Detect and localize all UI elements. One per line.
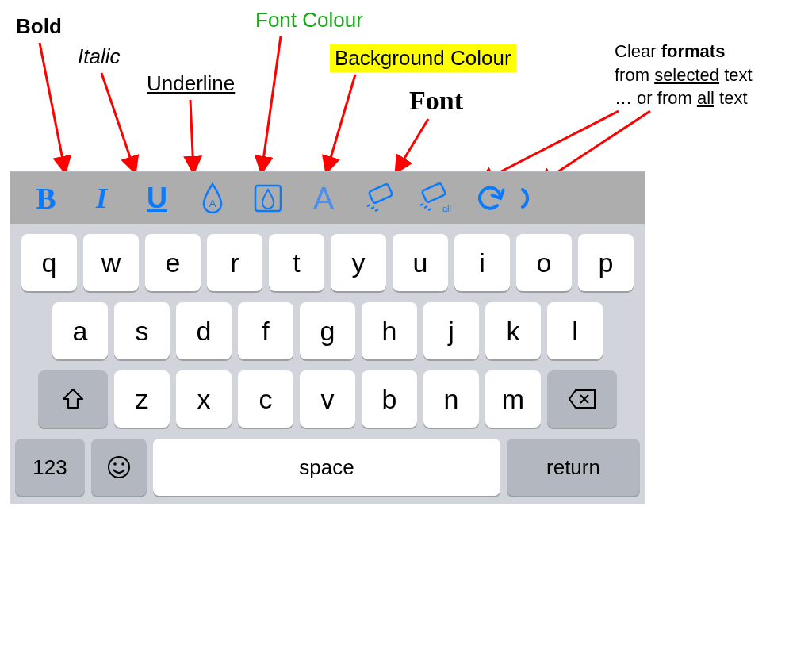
font-colour-icon: A: [198, 181, 227, 216]
svg-text:all: all: [442, 204, 451, 213]
emoji-icon: [106, 455, 132, 480]
key-e[interactable]: e: [145, 234, 201, 291]
undo-button[interactable]: [462, 172, 518, 224]
key-row-1: q w e r t y u i o p: [15, 234, 640, 291]
shift-icon: [61, 387, 85, 411]
key-y[interactable]: y: [331, 234, 386, 291]
key-w[interactable]: w: [83, 234, 139, 291]
key-b[interactable]: b: [362, 370, 417, 428]
key-p[interactable]: p: [578, 234, 634, 291]
backspace-icon: [568, 389, 596, 409]
redo-button-partial[interactable]: [518, 172, 542, 224]
key-i[interactable]: i: [454, 234, 510, 291]
clear-format-all-button[interactable]: all: [407, 172, 462, 224]
key-r[interactable]: r: [207, 234, 262, 291]
key-row-2: a s d f g h j k l: [15, 302, 640, 359]
key-u[interactable]: u: [393, 234, 448, 291]
clear-line3-c: text: [714, 88, 748, 108]
annotation-underline: Underline: [147, 71, 235, 96]
svg-line-4: [327, 75, 355, 171]
svg-line-5: [396, 119, 428, 171]
clear-line2-b: selected: [654, 65, 719, 85]
key-backspace[interactable]: [547, 370, 617, 428]
key-k[interactable]: k: [485, 302, 541, 359]
annotation-italic: Italic: [78, 44, 120, 69]
background-colour-button[interactable]: [240, 172, 296, 224]
svg-point-13: [109, 457, 129, 478]
bold-button[interactable]: B: [18, 172, 74, 224]
key-return[interactable]: return: [507, 439, 640, 496]
key-row-bottom: 123 space return: [15, 439, 640, 496]
key-n[interactable]: n: [423, 370, 479, 428]
key-s[interactable]: s: [114, 302, 170, 359]
key-z[interactable]: z: [114, 370, 170, 428]
svg-line-0: [40, 43, 65, 171]
key-l[interactable]: l: [547, 302, 603, 359]
key-g[interactable]: g: [300, 302, 355, 359]
clear-line2-c: text: [719, 65, 753, 85]
key-row-3: z x c v b n m: [15, 370, 640, 428]
key-q[interactable]: q: [21, 234, 77, 291]
redo-icon: [518, 182, 542, 215]
virtual-keyboard: q w e r t y u i o p a s d f g h j k l z: [10, 224, 645, 504]
svg-rect-11: [422, 182, 446, 202]
svg-line-1: [102, 73, 135, 171]
key-c[interactable]: c: [238, 370, 293, 428]
annotation-clear-formats: Clear formats from selected text … or fr…: [615, 40, 805, 110]
font-colour-button[interactable]: A: [185, 172, 240, 224]
key-j[interactable]: j: [423, 302, 479, 359]
key-emoji[interactable]: [91, 439, 147, 496]
key-v[interactable]: v: [300, 370, 355, 428]
key-d[interactable]: d: [176, 302, 232, 359]
format-toolbar: B I U A A all: [10, 172, 645, 224]
clear-line3-a: … or from: [615, 88, 697, 108]
key-a[interactable]: a: [52, 302, 108, 359]
underline-button[interactable]: U: [129, 172, 185, 224]
key-h[interactable]: h: [362, 302, 417, 359]
svg-point-14: [113, 462, 117, 466]
key-x[interactable]: x: [176, 370, 232, 428]
eraser-icon: [361, 182, 397, 214]
annotation-font: Font: [409, 86, 463, 116]
svg-rect-10: [369, 183, 393, 203]
key-shift[interactable]: [38, 370, 108, 428]
italic-button[interactable]: I: [74, 172, 129, 224]
eraser-all-icon: all: [414, 182, 455, 215]
background-colour-icon: [252, 182, 284, 214]
undo-icon: [473, 182, 507, 215]
svg-line-2: [190, 100, 193, 171]
key-t[interactable]: t: [269, 234, 324, 291]
key-f[interactable]: f: [238, 302, 293, 359]
key-numbers[interactable]: 123: [15, 439, 85, 496]
svg-point-15: [121, 462, 124, 466]
clear-format-selected-button[interactable]: [351, 172, 407, 224]
annotation-bold: Bold: [16, 14, 62, 39]
clear-line2-a: from: [615, 65, 654, 85]
key-space[interactable]: space: [153, 439, 500, 496]
annotation-font-colour: Font Colour: [255, 8, 363, 33]
key-m[interactable]: m: [485, 370, 541, 428]
clear-line1-b: formats: [661, 41, 726, 61]
font-button[interactable]: A: [296, 172, 351, 224]
key-o[interactable]: o: [516, 234, 572, 291]
keyboard-panel: B I U A A all: [10, 171, 645, 504]
clear-line1-a: Clear: [615, 41, 661, 61]
clear-line3-b: all: [697, 88, 714, 108]
svg-line-3: [262, 36, 281, 171]
annotation-background-colour: Background Colour: [330, 44, 516, 72]
svg-text:A: A: [209, 198, 216, 209]
